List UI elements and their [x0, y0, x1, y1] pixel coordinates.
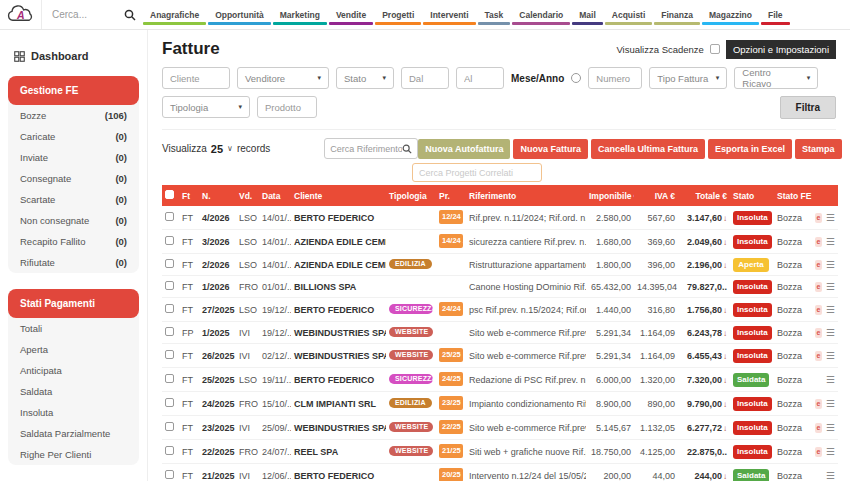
row-checkbox[interactable]: [165, 446, 174, 455]
row-checkbox[interactable]: [165, 470, 174, 479]
cell-cliente[interactable]: BILLIONS SPA: [291, 276, 386, 298]
row-checkbox[interactable]: [165, 374, 174, 383]
col-data[interactable]: Data: [259, 185, 291, 206]
stato-filter-select[interactable]: Stato ▾: [336, 67, 394, 89]
cell-numero[interactable]: 3/2026: [199, 230, 236, 254]
nav-item-acquisti[interactable]: Acquisti: [604, 0, 654, 29]
row-checkbox[interactable]: [165, 212, 174, 221]
scadenze-checkbox[interactable]: [710, 44, 720, 54]
sidebar-item-insoluta[interactable]: Insoluta: [8, 402, 139, 423]
dal-filter-input[interactable]: [401, 67, 449, 89]
row-menu-icon[interactable]: ☰: [826, 305, 835, 315]
row-menu-icon[interactable]: ☰: [826, 260, 835, 270]
nav-item-marketing[interactable]: Marketing: [272, 0, 328, 29]
nav-item-vendite[interactable]: Vendite: [328, 0, 374, 29]
table-row[interactable]: FT 25/2025 LSO 19/11/.. BERTO FEDERICO S…: [162, 368, 838, 392]
cell-cliente[interactable]: BERTO FEDERICO: [291, 298, 386, 322]
records-per-page-select[interactable]: Visualizza 25 ∨ records: [162, 143, 270, 155]
sidebar-item-righe-per-clienti[interactable]: Righe Per Clienti: [8, 444, 139, 465]
cell-cliente[interactable]: AZIENDA EDILE CEME..: [291, 254, 386, 276]
col-imponibile[interactable]: Imponibile €: [586, 185, 634, 206]
row-checkbox[interactable]: [165, 350, 174, 359]
cell-cliente[interactable]: BERTO FEDERICO: [291, 368, 386, 392]
table-row[interactable]: FT 4/2026 LSO 14/01/.. BERTO FEDERICO 12…: [162, 206, 838, 230]
row-menu-icon[interactable]: ☰: [826, 399, 835, 409]
fe-icon[interactable]: e: [815, 399, 822, 409]
row-menu-icon[interactable]: ☰: [826, 423, 835, 433]
nav-item-opportunit[interactable]: Opportunità: [207, 0, 272, 29]
cell-numero[interactable]: 4/2026: [199, 206, 236, 230]
sidebar-item-consegnate[interactable]: Consegnate(0): [8, 168, 139, 189]
riferimento-search-input[interactable]: [330, 144, 402, 154]
cell-numero[interactable]: 27/2025: [199, 298, 236, 322]
select-all-checkbox[interactable]: [165, 190, 174, 199]
cell-numero[interactable]: 1/2026: [199, 276, 236, 298]
row-checkbox[interactable]: [165, 304, 174, 313]
sidebar-item-recapito-fallito[interactable]: Recapito Fallito(0): [8, 231, 139, 252]
centro-ricavo-filter-select[interactable]: Centro Ricavo ▾: [734, 67, 818, 89]
row-menu-icon[interactable]: ☰: [826, 351, 835, 361]
cell-cliente[interactable]: BERTO FEDERICO: [291, 464, 386, 481]
row-menu-icon[interactable]: ☰: [826, 237, 835, 247]
sidebar-item-saldata-parzialmente[interactable]: Saldata Parzialmente: [8, 423, 139, 444]
table-row[interactable]: FT 23/2025 IVI 25/09/.. WEBINDUSTRIES SP…: [162, 416, 838, 440]
sidebar-item-inviate[interactable]: Inviate(0): [8, 147, 139, 168]
fe-icon[interactable]: e: [815, 305, 822, 315]
col-tipologia[interactable]: Tipologia: [386, 185, 436, 206]
row-checkbox[interactable]: [165, 327, 174, 336]
numero-filter-input[interactable]: [588, 67, 642, 89]
table-row[interactable]: FT 24/2025 FRO 15/10/.. CLM IMPIANTI SRL…: [162, 392, 838, 416]
esporta-in-excel-button[interactable]: Esporta in Excel: [708, 139, 792, 159]
sidebar-item-aperta[interactable]: Aperta: [8, 339, 139, 360]
cell-cliente[interactable]: BERTO FEDERICO: [291, 206, 386, 230]
cell-cliente[interactable]: CLM IMPIANTI SRL: [291, 392, 386, 416]
cell-numero[interactable]: 2/2026: [199, 254, 236, 276]
filtra-button[interactable]: Filtra: [780, 96, 836, 119]
progetti-correlati-search-input[interactable]: [412, 163, 542, 182]
col-riferimento[interactable]: Riferimento: [466, 185, 586, 206]
col-venditore[interactable]: Vd.: [236, 185, 259, 206]
table-row[interactable]: FT 21/2025 IVI 12/06/.. BERTO FEDERICO 2…: [162, 464, 838, 481]
fe-icon[interactable]: e: [815, 328, 822, 338]
cell-cliente[interactable]: REEL SPA: [291, 440, 386, 464]
search-icon[interactable]: [124, 0, 136, 29]
nav-item-file[interactable]: File: [760, 0, 791, 29]
stampa-button[interactable]: Stampa: [795, 139, 842, 159]
fe-icon[interactable]: e: [815, 447, 822, 457]
cliente-filter-input[interactable]: [162, 67, 230, 89]
table-row[interactable]: FP 1/2025 IVI 19/12/.. WEBINDUSTRIES SPA…: [162, 322, 838, 344]
nav-item-anagrafiche[interactable]: Anagrafiche: [142, 0, 207, 29]
sidebar-item-bozze[interactable]: Bozze(106): [8, 105, 139, 126]
sidebar-item-dashboard[interactable]: Dashboard: [0, 44, 147, 66]
row-menu-icon[interactable]: ☰: [826, 447, 835, 457]
cancella-ultima-fattura-button[interactable]: Cancella Ultima Fattura: [591, 139, 705, 159]
cell-cliente[interactable]: WEBINDUSTRIES SPA: [291, 322, 386, 344]
col-cliente[interactable]: Cliente: [291, 185, 386, 206]
row-menu-icon[interactable]: ☰: [826, 282, 835, 292]
col-numero[interactable]: N.: [199, 185, 236, 206]
cell-numero[interactable]: 26/2025: [199, 344, 236, 368]
fe-icon[interactable]: e: [815, 282, 822, 292]
sidebar-item-scartate[interactable]: Scartate(0): [8, 189, 139, 210]
col-pr[interactable]: Pr.: [436, 185, 466, 206]
nav-item-task[interactable]: Task: [477, 0, 512, 29]
row-checkbox[interactable]: [165, 236, 174, 245]
tipologia-filter-select[interactable]: Tipologia ▾: [162, 96, 250, 118]
fe-icon[interactable]: e: [815, 260, 822, 270]
col-totale[interactable]: Totale €: [678, 185, 730, 206]
row-menu-icon[interactable]: ☰: [826, 213, 835, 223]
table-row[interactable]: FT 22/2025 FRO 24/07/.. REEL SPA WEBSITE…: [162, 440, 838, 464]
cell-cliente[interactable]: WEBINDUSTRIES SPA: [291, 344, 386, 368]
nav-item-magazzino[interactable]: Magazzino: [701, 0, 760, 29]
row-menu-icon[interactable]: ☰: [826, 375, 835, 385]
col-ft[interactable]: Ft: [179, 185, 199, 206]
cell-numero[interactable]: 24/2025: [199, 392, 236, 416]
search-icon[interactable]: [402, 144, 412, 154]
sidebar-item-saldata[interactable]: Saldata: [8, 381, 139, 402]
tipo-fattura-filter-select[interactable]: Tipo Fattura ▾: [649, 67, 727, 89]
nav-item-finanza[interactable]: Finanza: [653, 0, 701, 29]
fe-icon[interactable]: e: [815, 237, 822, 247]
venditore-filter-select[interactable]: Venditore ▾: [237, 67, 329, 89]
table-row[interactable]: FT 26/2025 IVI 02/12/.. WEBINDUSTRIES SP…: [162, 344, 838, 368]
mese-anno-radio[interactable]: [571, 73, 581, 83]
